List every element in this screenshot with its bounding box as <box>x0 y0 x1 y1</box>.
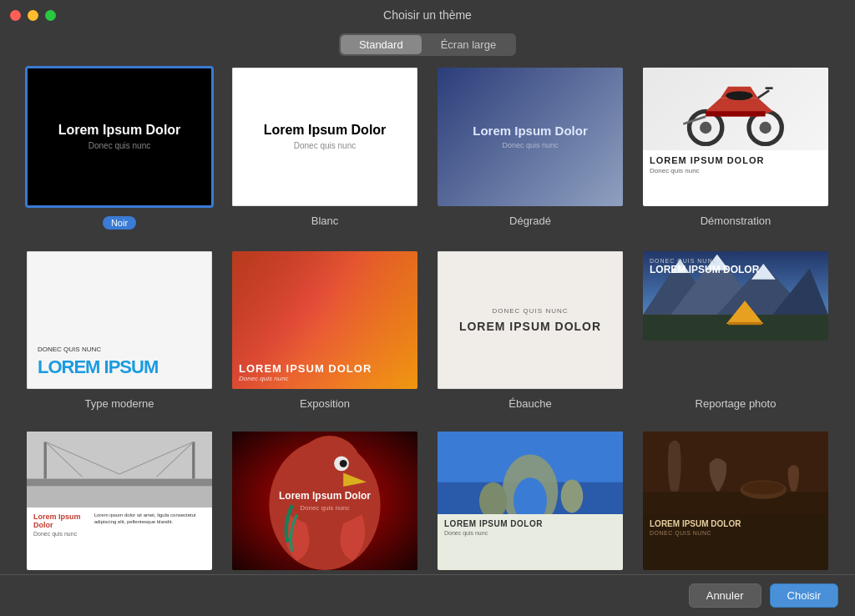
degrade-label: Dégradé <box>509 215 551 227</box>
expo-sub: Donec quis nunc <box>239 375 411 382</box>
theme-item-noir[interactable]: Lorem Ipsum Dolor Donec quis nunc Noir <box>25 66 214 230</box>
svg-point-31 <box>340 460 347 467</box>
classique-text-area: Lorem Ipsum Dolor Donec quis nunc Lorem … <box>27 507 212 569</box>
exposition-label: Exposition <box>300 397 350 410</box>
ardoise-sub: Donec quis nunc <box>300 504 350 512</box>
theme-thumbnail-type-moderne[interactable]: DONEC QUIS NUNC LOREM IPSUM <box>25 250 214 391</box>
ebauche-small: DONEC QUIS NUNC <box>492 307 568 315</box>
theme-thumbnail-artisanal[interactable]: LOREM IPSUM DOLOR DONEC QUIS NUNC <box>641 430 830 572</box>
tab-bar: Standard Écran large <box>0 30 855 66</box>
theme-item-artisanal[interactable]: LOREM IPSUM DOLOR DONEC QUIS NUNC Artisa… <box>641 430 830 574</box>
svg-point-3 <box>760 122 772 134</box>
bottom-bar: Annuler Choisir <box>0 574 855 616</box>
noir-badge: Noir <box>103 216 136 230</box>
tab-group: Standard Écran large <box>339 33 516 56</box>
annuler-button[interactable]: Annuler <box>689 583 761 608</box>
window-title: Choisir un thème <box>383 8 472 22</box>
choisir-button[interactable]: Choisir <box>770 583 838 608</box>
ebauche-big: LOREM IPSUM DOLOR <box>459 320 601 333</box>
noir-sub: Donec quis nunc <box>89 141 151 150</box>
theme-thumbnail-reportage[interactable]: DONEC QUIS NUNC LOREM IPSUM DOLOR <box>641 250 830 391</box>
theme-thumbnail-exposition[interactable]: LOREM IPSUM DOLOR Donec quis nunc <box>230 250 419 391</box>
theme-thumbnail-ardoise[interactable]: Lorem Ipsum Dolor Donec quis nunc <box>230 430 419 572</box>
demo-sub: Donec quis nunc <box>650 167 822 174</box>
theme-item-ardoise[interactable]: Lorem Ipsum Dolor Donec quis nunc Ardois… <box>230 430 419 574</box>
maximize-button[interactable] <box>45 10 56 21</box>
moderne-small: DONEC QUIS NUNC <box>38 346 201 353</box>
blanc-title: Lorem Ipsum Dolor <box>264 123 387 138</box>
theme-item-type-moderne[interactable]: DONEC QUIS NUNC LOREM IPSUM Type moderne <box>25 250 214 411</box>
artisanal-title: LOREM IPSUM DOLOR <box>650 519 822 528</box>
minimize-button[interactable] <box>28 10 38 21</box>
theme-thumbnail-degrade[interactable]: Lorem Ipsum Dolor Donec quis nunc <box>436 66 625 208</box>
reportage-big: LOREM IPSUM DOLOR <box>650 264 822 275</box>
degrade-title: Lorem Ipsum Dolor <box>473 124 588 138</box>
svg-rect-43 <box>643 432 828 514</box>
artisanal-sub: DONEC QUIS NUNC <box>650 530 822 536</box>
theme-thumbnail-demonstration[interactable]: LOREM IPSUM DOLOR Donec quis nunc <box>641 66 830 208</box>
expo-title: LOREM IPSUM DOLOR <box>239 362 411 375</box>
theme-thumbnail-blanc[interactable]: Lorem Ipsum Dolor Donec quis nunc <box>230 66 419 208</box>
type-moderne-label: Type moderne <box>84 397 154 410</box>
moderne-big: LOREM IPSUM <box>38 356 201 378</box>
theme-thumbnail-panorama[interactable]: LOREM IPSUM DOLOR Donec quis nunc <box>436 430 625 572</box>
demonstration-label: Démonstration <box>701 215 772 227</box>
theme-thumbnail-noir[interactable]: Lorem Ipsum Dolor Donec quis nunc <box>25 66 214 208</box>
svg-line-5 <box>758 90 769 98</box>
theme-grid: Lorem Ipsum Dolor Donec quis nunc Noir L… <box>25 66 830 574</box>
theme-item-degrade[interactable]: Lorem Ipsum Dolor Donec quis nunc Dégrad… <box>436 66 625 230</box>
demo-title: LOREM IPSUM DOLOR <box>650 155 822 165</box>
theme-item-blanc[interactable]: Lorem Ipsum Dolor Donec quis nunc Blanc <box>230 66 419 230</box>
svg-point-2 <box>700 122 711 134</box>
classique-body: Lorem ipsum dolor sit amet, ligula conse… <box>94 512 205 526</box>
theme-item-classique[interactable]: Lorem Ipsum Dolor Donec quis nunc Lorem … <box>25 430 214 574</box>
tab-large[interactable]: Écran large <box>422 35 514 54</box>
blanc-sub: Donec quis nunc <box>294 141 357 150</box>
reportage-label: Reportage photo <box>696 397 777 410</box>
degrade-sub: Donec quis nunc <box>502 141 558 149</box>
theme-thumbnail-ebauche[interactable]: DONEC QUIS NUNC LOREM IPSUM DOLOR <box>436 250 625 391</box>
panorama-image <box>438 432 623 514</box>
classique-red-title: Lorem Ipsum Dolor <box>33 512 89 529</box>
title-bar: Choisir un thème <box>0 0 855 30</box>
theme-item-ebauche[interactable]: DONEC QUIS NUNC LOREM IPSUM DOLOR Ébauch… <box>436 250 625 411</box>
noir-title: Lorem Ipsum Dolor <box>58 123 181 138</box>
classique-image <box>27 432 212 507</box>
classique-gray-sub: Donec quis nunc <box>33 531 89 537</box>
svg-rect-18 <box>728 321 761 324</box>
tab-standard[interactable]: Standard <box>341 35 422 54</box>
reportage-small: DONEC QUIS NUNC <box>650 258 822 264</box>
moto-svg <box>652 72 819 146</box>
reportage-text: DONEC QUIS NUNC LOREM IPSUM DOLOR <box>650 258 822 275</box>
ebauche-label: Ébauche <box>508 397 551 410</box>
theme-thumbnail-classique[interactable]: Lorem Ipsum Dolor Donec quis nunc Lorem … <box>25 430 214 572</box>
demo-text-area: LOREM IPSUM DOLOR Donec quis nunc <box>643 150 828 205</box>
close-button[interactable] <box>10 10 21 21</box>
theme-item-demonstration[interactable]: LOREM IPSUM DOLOR Donec quis nunc Démons… <box>641 66 830 230</box>
window-controls <box>10 10 56 21</box>
panorama-title: LOREM IPSUM DOLOR <box>444 519 616 528</box>
artisanal-image <box>643 432 828 514</box>
ardoise-title: Lorem Ipsum Dolor <box>279 490 371 502</box>
svg-point-7 <box>726 91 752 100</box>
panorama-text-area: LOREM IPSUM DOLOR Donec quis nunc <box>438 514 623 569</box>
artisanal-text-area: LOREM IPSUM DOLOR DONEC QUIS NUNC <box>643 514 828 569</box>
theme-item-panorama[interactable]: LOREM IPSUM DOLOR Donec quis nunc Panora… <box>436 430 625 574</box>
svg-point-38 <box>561 479 584 512</box>
theme-grid-area: Lorem Ipsum Dolor Donec quis nunc Noir L… <box>0 66 855 574</box>
blanc-label: Blanc <box>311 215 339 227</box>
svg-rect-20 <box>27 479 212 487</box>
demo-image <box>643 68 828 150</box>
theme-item-reportage[interactable]: DONEC QUIS NUNC LOREM IPSUM DOLOR Report… <box>641 250 830 411</box>
svg-rect-27 <box>27 486 212 507</box>
panorama-sub: Donec quis nunc <box>444 530 616 536</box>
theme-item-exposition[interactable]: LOREM IPSUM DOLOR Donec quis nunc Exposi… <box>230 250 419 411</box>
